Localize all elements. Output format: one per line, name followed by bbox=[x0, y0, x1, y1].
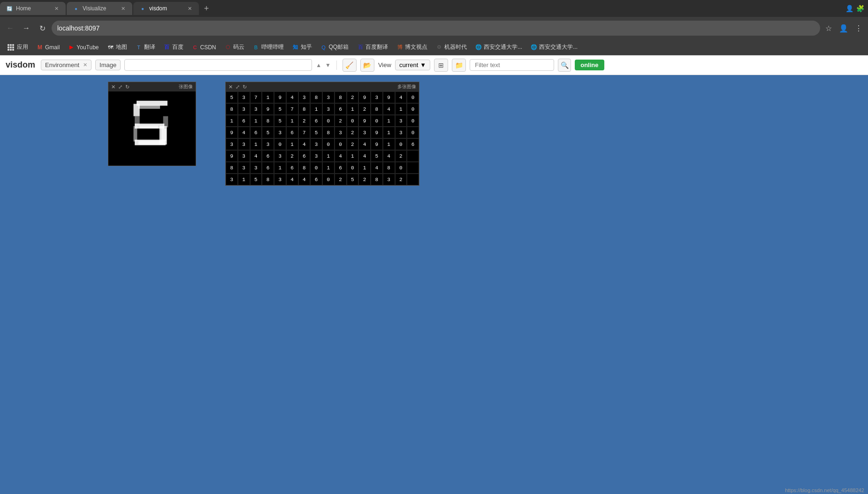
bookmark-star-icon[interactable]: ☆ bbox=[823, 23, 834, 34]
profile-circle-icon[interactable]: 👤 bbox=[838, 23, 849, 34]
tab-home-favicon: 🔄 bbox=[6, 5, 13, 12]
bookmark-maps[interactable]: 🗺 地图 bbox=[104, 42, 131, 53]
digit-cell: 4 bbox=[286, 174, 298, 185]
more-options-icon[interactable]: ⋮ bbox=[853, 23, 864, 34]
bookmark-bowen[interactable]: 博 博文视点 bbox=[393, 42, 431, 53]
digit-cell: 5 bbox=[274, 103, 286, 115]
digit-cell: 5 bbox=[347, 174, 359, 185]
tab-home-title: Home bbox=[16, 5, 51, 12]
bookmark-zhihu[interactable]: 知 知乎 bbox=[289, 42, 316, 53]
extension-icon: 🧩 bbox=[856, 5, 864, 12]
digit-cell: 0 bbox=[347, 115, 359, 127]
grid-view-button[interactable]: ⊞ bbox=[434, 59, 448, 72]
view-dropdown[interactable]: current ▼ bbox=[395, 60, 430, 70]
erase-tool-button[interactable]: 🧹 bbox=[343, 59, 357, 72]
bookmark-apps[interactable]: 应用 bbox=[4, 42, 32, 53]
bookmark-csdn[interactable]: C CSDN bbox=[188, 43, 220, 52]
panel-resize-icon[interactable]: ⤢ bbox=[118, 84, 122, 90]
search-down-arrow[interactable]: ▼ bbox=[325, 62, 331, 68]
tab-visdom[interactable]: ● visdom ✕ bbox=[133, 2, 199, 15]
bookmarks-bar: 应用 M Gmail ▶ YouTube 🗺 地图 T 翻译 百 百度 C CS… bbox=[0, 39, 868, 55]
tab-visdom-title: visdom bbox=[149, 5, 184, 12]
digit-cell: 0 bbox=[407, 91, 419, 103]
digit-cell: 4 bbox=[395, 91, 407, 103]
filter-input[interactable] bbox=[470, 59, 554, 71]
reload-button[interactable]: ↻ bbox=[36, 22, 49, 35]
digit-cell: 3 bbox=[274, 174, 286, 185]
multi-panel-toolbar: ✕ ⤢ ↻ 多张图像 bbox=[226, 82, 419, 91]
visdom-app: visdom Environment ✕ Image ▲ ▼ 🧹 📂 View … bbox=[0, 55, 868, 494]
digit-cell: 2 bbox=[286, 150, 298, 162]
digit-cell: 1 bbox=[347, 150, 359, 162]
bookmark-bilibili[interactable]: B 哔哩哔哩 bbox=[249, 42, 288, 53]
digit-cell: 4 bbox=[298, 174, 311, 185]
environment-tab-close[interactable]: ✕ bbox=[83, 62, 87, 68]
bookmark-youtube[interactable]: ▶ YouTube bbox=[64, 43, 102, 52]
multi-panel-resize-icon[interactable]: ⤢ bbox=[236, 84, 240, 90]
bookmark-gmail[interactable]: M Gmail bbox=[33, 43, 63, 52]
digit-cell: 4 bbox=[383, 150, 395, 162]
new-tab-button[interactable]: + bbox=[200, 2, 213, 15]
tab-visualize-favicon: ● bbox=[72, 5, 80, 12]
panel-close-icon[interactable]: ✕ bbox=[111, 84, 115, 90]
forward-button[interactable]: → bbox=[20, 22, 33, 35]
search-up-arrow[interactable]: ▲ bbox=[316, 62, 321, 68]
bookmark-bowen-label: 博文视点 bbox=[405, 43, 427, 51]
digit-cell bbox=[407, 150, 419, 162]
digit-cell: 8 bbox=[298, 162, 311, 174]
digit-cell: 0 bbox=[322, 174, 335, 185]
digit-cell: 6 bbox=[310, 115, 322, 127]
single-panel-toolbar: ✕ ⤢ ↻ 张图像 bbox=[108, 82, 196, 91]
filter-tool-button[interactable]: 🔍 bbox=[558, 59, 571, 72]
bookmark-translate[interactable]: T 翻译 bbox=[132, 42, 159, 53]
maps-icon: 🗺 bbox=[107, 44, 114, 51]
panel-refresh-icon[interactable]: ↻ bbox=[125, 84, 129, 90]
address-bar: ← → ↻ ☆ 👤 ⋮ bbox=[0, 17, 868, 39]
bookmark-bilibili-label: 哔哩哔哩 bbox=[261, 43, 284, 51]
tab-visualize-close[interactable]: ✕ bbox=[119, 5, 127, 12]
single-panel-title: 张图像 bbox=[179, 84, 193, 90]
bookmark-aiera[interactable]: ⚙ 机器时代 bbox=[432, 42, 471, 53]
digit-cell: 3 bbox=[358, 127, 371, 138]
digit-cell: 2 bbox=[335, 115, 347, 127]
image-tab[interactable]: Image bbox=[95, 60, 121, 70]
multi-panel-refresh-icon[interactable]: ↻ bbox=[243, 84, 247, 90]
digit-cell: 2 bbox=[298, 115, 311, 127]
digit-cell: 3 bbox=[274, 150, 286, 162]
multi-image-panel[interactable]: ✕ ⤢ ↻ 多张图像 5 3 7 1 9 4 3 8 3 8 2 9 bbox=[225, 82, 419, 186]
digit-cell bbox=[407, 174, 419, 185]
tab-home[interactable]: 🔄 Home ✕ bbox=[0, 2, 66, 15]
digit-cell: 7 bbox=[298, 127, 311, 138]
back-button[interactable]: ← bbox=[4, 22, 17, 35]
bookmark-baidu[interactable]: 百 百度 bbox=[160, 42, 187, 53]
tab-visdom-close[interactable]: ✕ bbox=[186, 5, 193, 12]
search-input[interactable] bbox=[124, 59, 312, 71]
folder-open-button[interactable]: 📂 bbox=[360, 59, 374, 72]
digit-cell: 8 bbox=[262, 115, 274, 127]
tab-home-close[interactable]: ✕ bbox=[53, 5, 60, 12]
visdom-logo: visdom bbox=[6, 60, 35, 70]
bookmark-baidu-translate[interactable]: 百 百度翻译 bbox=[353, 42, 392, 53]
digit-cell: 3 bbox=[310, 150, 322, 162]
bookmark-xjtu1[interactable]: 🌐 西安交通大学... bbox=[472, 42, 526, 53]
bookmark-gitee[interactable]: ⬡ 码云 bbox=[221, 42, 248, 53]
digit-cell: 3 bbox=[262, 138, 274, 150]
digit-cell: 3 bbox=[371, 91, 383, 103]
tab-visualize[interactable]: ● Visiualize ✕ bbox=[67, 2, 132, 15]
multi-panel-close-icon[interactable]: ✕ bbox=[228, 84, 233, 90]
single-image-panel[interactable]: ✕ ⤢ ↻ 张图像 bbox=[108, 82, 196, 166]
save-button[interactable]: 📁 bbox=[452, 59, 466, 72]
address-input[interactable] bbox=[52, 21, 820, 36]
bookmark-xjtu2[interactable]: 🌐 西安交通大学... bbox=[527, 42, 581, 53]
digit-cell: 3 bbox=[322, 103, 335, 115]
tab-visdom-favicon: ● bbox=[139, 5, 146, 12]
bilibili-icon: B bbox=[253, 44, 259, 51]
digit-cell: 2 bbox=[347, 91, 359, 103]
bookmark-qq-mail[interactable]: Q QQ邮箱 bbox=[317, 42, 353, 53]
digit-cell: 2 bbox=[347, 127, 359, 138]
visdom-header: visdom Environment ✕ Image ▲ ▼ 🧹 📂 View … bbox=[0, 55, 868, 75]
bookmark-gitee-label: 码云 bbox=[233, 43, 244, 51]
digit-cell: 9 bbox=[371, 138, 383, 150]
environment-tab[interactable]: Environment ✕ bbox=[41, 60, 91, 70]
digit-cell: 7 bbox=[250, 91, 262, 103]
